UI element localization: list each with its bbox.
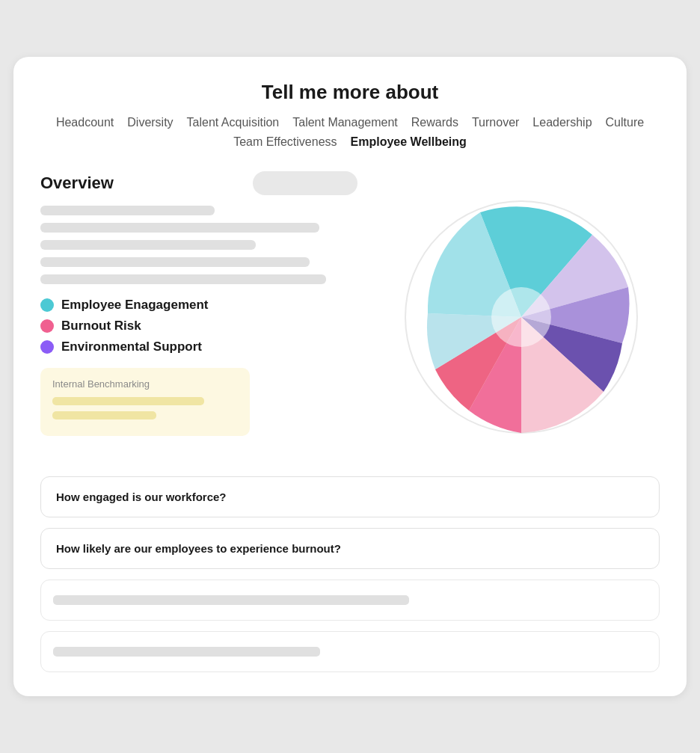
question-label-burnout: How likely are our employees to experien… (56, 542, 341, 555)
question-box-burnout[interactable]: How likely are our employees to experien… (40, 528, 660, 569)
legend-label-engagement: Employee Enagagement (61, 298, 209, 313)
skeleton-line-4 (40, 257, 310, 267)
nav-team-effectiveness[interactable]: Team Effectiveness (233, 134, 337, 150)
benchmarking-box: Internal Benchmarking (40, 368, 250, 436)
legend-item-burnout: Burnout Risk (40, 319, 357, 334)
question-skeleton-line-1 (53, 595, 409, 605)
benchmarking-skeleton-1 (52, 397, 204, 405)
nav-headcount[interactable]: Headcount (56, 114, 114, 131)
benchmarking-skeleton-2 (52, 411, 156, 419)
main-card: Tell me more about Headcount Diversity T… (13, 57, 687, 696)
skeleton-line-1 (40, 206, 215, 215)
question-skeleton-line-2 (53, 647, 320, 657)
svg-point-1 (491, 287, 551, 347)
legend: Employee Enagagement Burnout Risk Enviro… (40, 298, 357, 354)
nav-diversity[interactable]: Diversity (127, 114, 173, 131)
question-box-skeleton-1[interactable] (40, 580, 660, 621)
skeleton-line-2 (40, 223, 319, 233)
legend-label-environmental: Environmental Support (61, 339, 202, 354)
nav-leadership[interactable]: Leadership (532, 114, 592, 131)
chart-area (375, 171, 660, 455)
page-title: Tell me more about (40, 81, 660, 104)
overview-header: Overview (40, 171, 357, 195)
legend-label-burnout: Burnout Risk (61, 319, 141, 334)
overview-left: Overview Employee Enagagement Burnout Ri… (40, 171, 357, 455)
burnout-dot (40, 319, 54, 333)
nav-turnover[interactable]: Turnover (472, 114, 519, 131)
skeleton-line-5 (40, 274, 326, 284)
nav-rewards[interactable]: Rewards (411, 114, 458, 131)
overview-title: Overview (40, 173, 114, 193)
legend-item-environmental: Environmental Support (40, 339, 357, 354)
question-label-engagement: How engaged is our workforce? (56, 491, 227, 503)
benchmarking-title: Internal Benchmarking (52, 378, 238, 390)
nav-talent-management[interactable]: Talent Management (292, 114, 398, 131)
overview-button[interactable] (253, 171, 357, 195)
nav-culture[interactable]: Culture (606, 114, 645, 131)
question-box-engagement[interactable]: How engaged is our workforce? (40, 476, 660, 517)
question-box-skeleton-2[interactable] (40, 631, 660, 672)
skeleton-line-3 (40, 240, 256, 250)
questions-section: How engaged is our workforce? How likely… (40, 476, 660, 672)
overview-section: Overview Employee Enagagement Burnout Ri… (40, 171, 660, 455)
nav-links: Headcount Diversity Talent Acquisition T… (40, 114, 660, 150)
legend-item-engagement: Employee Enagagement (40, 298, 357, 313)
engagement-dot (40, 298, 54, 312)
pie-chart (390, 171, 645, 455)
nav-employee-wellbeing[interactable]: Employee Wellbeing (351, 134, 467, 150)
nav-talent-acquisition[interactable]: Talent Acquisition (187, 114, 280, 131)
environmental-dot (40, 340, 54, 354)
